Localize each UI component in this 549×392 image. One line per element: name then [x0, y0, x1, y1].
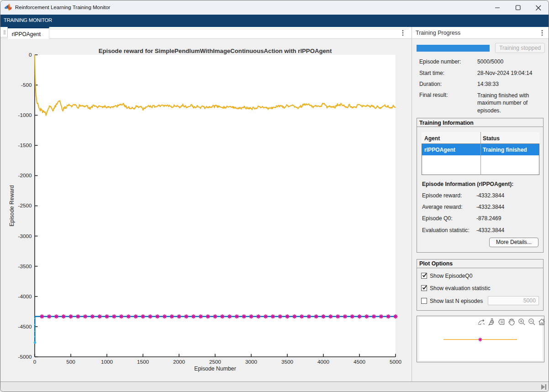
svg-text:2000: 2000 [173, 359, 185, 365]
svg-text:-4000: -4000 [18, 293, 32, 299]
svg-text:-500: -500 [21, 82, 32, 88]
svg-text:-2000: -2000 [18, 172, 32, 178]
svg-text:-2500: -2500 [18, 202, 32, 208]
svg-text:3500: 3500 [281, 359, 294, 365]
svg-text:4500: 4500 [354, 359, 366, 365]
svg-text:Episode reward for SimplePendl: Episode reward for SimplePendlumWithImag… [99, 48, 332, 54]
svg-text:-5000: -5000 [18, 354, 32, 360]
svg-text:-1000: -1000 [18, 112, 32, 118]
svg-text:-1500: -1500 [18, 142, 32, 148]
svg-text:1500: 1500 [137, 359, 149, 365]
svg-text:4000: 4000 [317, 359, 330, 365]
svg-text:2500: 2500 [209, 359, 222, 365]
svg-text:1000: 1000 [101, 359, 113, 365]
svg-text:-4500: -4500 [18, 323, 32, 329]
svg-text:0: 0 [33, 359, 37, 365]
svg-text:-3000: -3000 [18, 233, 32, 239]
svg-text:Episode Number: Episode Number [194, 366, 236, 372]
svg-text:500: 500 [66, 359, 75, 365]
svg-text:Episode Reward: Episode Reward [9, 185, 15, 226]
svg-text:0: 0 [29, 52, 32, 58]
svg-text:3000: 3000 [245, 359, 258, 365]
svg-text:5000: 5000 [390, 359, 402, 365]
svg-text:-3500: -3500 [18, 263, 32, 269]
